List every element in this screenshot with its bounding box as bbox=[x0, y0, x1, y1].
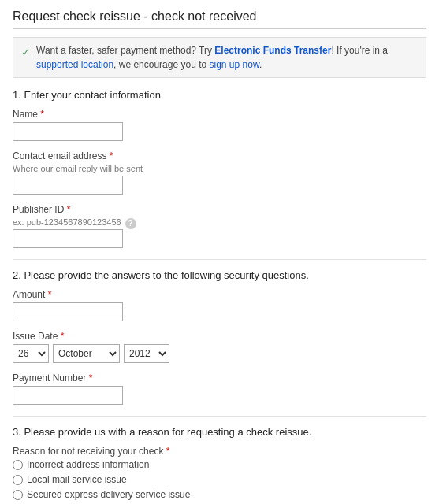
publisher-id-hint: ex: pub-1234567890123456 bbox=[13, 217, 121, 227]
email-label: Contact email address * bbox=[13, 150, 426, 161]
eft-link[interactable]: Electronic Funds Transfer bbox=[214, 45, 331, 56]
section1-title: 1. Enter your contact information bbox=[13, 89, 426, 101]
sign-up-link[interactable]: sign up now bbox=[210, 59, 259, 70]
banner-text-prefix: Want a faster, safer payment method? Try bbox=[36, 45, 214, 56]
banner-text-end: . bbox=[259, 59, 262, 70]
publisher-id-label: Publisher ID * bbox=[13, 204, 426, 215]
reason-label: Reason for not receiving your check * bbox=[13, 446, 426, 457]
divider-1 bbox=[13, 259, 426, 260]
radio-secured-express-label: Secured express delivery service issue bbox=[27, 489, 190, 500]
email-field-group: Contact email address * Where our email … bbox=[13, 150, 426, 195]
issue-date-field-group: Issue Date * 26 October 2012 bbox=[13, 331, 426, 363]
payment-number-label: Payment Number * bbox=[13, 372, 426, 384]
amount-field-group: Amount * bbox=[13, 289, 426, 321]
section3-title: 3. Please provide us with a reason for r… bbox=[13, 426, 426, 438]
banner-text-suffix: , we encourage you to bbox=[113, 59, 209, 70]
section2-title: 2. Please provide the answers to the fol… bbox=[13, 269, 426, 281]
publisher-id-row: ex: pub-1234567890123456 ? bbox=[13, 217, 426, 229]
radio-incorrect-address[interactable] bbox=[13, 460, 23, 470]
payment-number-input[interactable] bbox=[13, 386, 123, 405]
page-title: Request check reissue - check not receiv… bbox=[13, 9, 426, 29]
info-banner: ✓ Want a faster, safer payment method? T… bbox=[13, 37, 426, 78]
reason-field-group: Reason for not receiving your check * In… bbox=[13, 446, 426, 504]
radio-option-secured-express: Secured express delivery service issue bbox=[13, 489, 426, 500]
banner-text: Want a faster, safer payment method? Try… bbox=[36, 43, 418, 72]
amount-input[interactable] bbox=[13, 302, 123, 321]
reason-radio-group: Incorrect address information Local mail… bbox=[13, 459, 426, 504]
name-label: Name * bbox=[13, 109, 426, 120]
month-select[interactable]: October bbox=[53, 344, 120, 363]
name-input[interactable] bbox=[13, 122, 123, 141]
radio-incorrect-address-label: Incorrect address information bbox=[27, 459, 149, 470]
amount-label: Amount * bbox=[13, 289, 426, 300]
payment-number-field-group: Payment Number * bbox=[13, 372, 426, 405]
year-select[interactable]: 2012 bbox=[124, 344, 169, 363]
email-hint: Where our email reply will be sent bbox=[13, 164, 426, 173]
page-container: Request check reissue - check not receiv… bbox=[0, 0, 439, 504]
radio-local-mail-label: Local mail service issue bbox=[27, 474, 127, 485]
issue-date-label: Issue Date * bbox=[13, 331, 426, 342]
supported-location-link[interactable]: supported location bbox=[36, 59, 113, 70]
radio-option-incorrect-address: Incorrect address information bbox=[13, 459, 426, 470]
date-row: 26 October 2012 bbox=[13, 344, 426, 363]
day-select[interactable]: 26 bbox=[13, 344, 49, 363]
publisher-id-help-icon[interactable]: ? bbox=[125, 218, 136, 229]
publisher-id-input[interactable] bbox=[13, 229, 123, 248]
banner-text-mid: ! If you're in a bbox=[331, 45, 388, 56]
name-field-group: Name * bbox=[13, 109, 426, 141]
check-icon: ✓ bbox=[21, 44, 31, 61]
publisher-id-field-group: Publisher ID * ex: pub-1234567890123456 … bbox=[13, 204, 426, 248]
divider-2 bbox=[13, 416, 426, 417]
radio-local-mail[interactable] bbox=[13, 475, 23, 485]
email-input[interactable] bbox=[13, 176, 123, 195]
radio-option-local-mail: Local mail service issue bbox=[13, 474, 426, 485]
radio-secured-express[interactable] bbox=[13, 490, 23, 500]
